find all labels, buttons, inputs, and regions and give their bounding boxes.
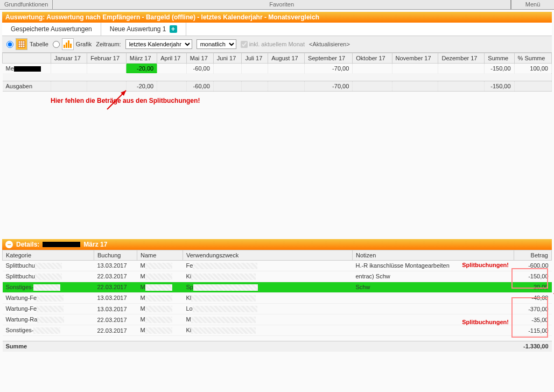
page-title-bar: Auswertung: Auswertung nach Empfängern -… — [2, 12, 552, 23]
select-period[interactable]: monatlich — [197, 39, 236, 49]
tab-new-eval[interactable]: Neue Auswertung 1 + — [101, 23, 186, 36]
table-header-row: Januar 17 Februar 17 März 17 April 17 Ma… — [3, 53, 552, 64]
tab-saved-evals[interactable]: Gespeicherte Auswertungen — [2, 23, 101, 36]
table-row[interactable]: Wartung-Fe13.03.2017MKl-40,00 — [3, 292, 552, 303]
table-row[interactable]: Sonstiges-22.03.2017MKi-115,00 — [3, 325, 552, 336]
select-zeitraum[interactable]: letztes Kalenderjahr — [125, 39, 192, 49]
details-sum-row: Summe -1.330,00 — [3, 341, 552, 352]
tab-favoriten[interactable]: Favoriten — [53, 0, 511, 9]
tab-grundfunktionen[interactable]: Grundfunktionen — [0, 0, 53, 9]
split-label-top: Splitbuchungen! — [462, 262, 509, 268]
table-row[interactable]: Sonstiges-22.03.2017MSpSchw-20,00 — [3, 282, 552, 292]
split-label-bot: Splitbuchungen! — [462, 319, 509, 325]
toolbar: Tabelle Grafik Zeitraum: letztes Kalende… — [2, 36, 552, 53]
tab-menu[interactable]: Menü — [511, 0, 554, 9]
summary-table: Januar 17 Februar 17 März 17 April 17 Ma… — [2, 53, 552, 92]
arrow-left-icon: ← — [551, 285, 554, 300]
chart-icon — [62, 38, 74, 50]
table-row[interactable]: Wartung-Fe13.03.2017MLo-370,00 — [3, 303, 552, 314]
link-aktualisieren[interactable]: <Aktualisieren> — [309, 41, 350, 47]
label-grafik: Grafik — [76, 41, 92, 47]
table-row-sum: Ausgaben -20,00 -60,00 -70,00 -150,00 — [3, 81, 552, 91]
collapse-icon[interactable]: − — [5, 241, 13, 248]
chk-inkl-monat — [241, 41, 248, 48]
top-menu-bar: Grundfunktionen Favoriten Menü — [0, 0, 554, 10]
label-tabelle: Tabelle — [30, 41, 48, 47]
table-icon — [16, 38, 27, 50]
table-row[interactable]: Splittbuchu22.03.2017MKientrac) Schw-150… — [3, 271, 552, 282]
svg-rect-0 — [18, 41, 25, 47]
arrow-annotation-icon — [104, 85, 131, 112]
label-zeitraum: Zeitraum: — [96, 41, 121, 47]
radio-tabelle[interactable] — [6, 41, 13, 48]
details-title-bar: − Details: März 17 — [2, 239, 552, 250]
eval-tabs: Gespeicherte Auswertungen Neue Auswertun… — [2, 23, 552, 36]
page-title: Auswertung: Auswertung nach Empfängern -… — [5, 13, 319, 21]
table-row[interactable]: Me -20,00 -60,00 -70,00 -150,00 100,00 — [3, 64, 552, 74]
plus-icon[interactable]: + — [170, 25, 177, 33]
radio-grafik[interactable] — [53, 41, 60, 48]
table-header-row: Kategorie Buchung Name Verwendungszweck … — [3, 250, 552, 260]
